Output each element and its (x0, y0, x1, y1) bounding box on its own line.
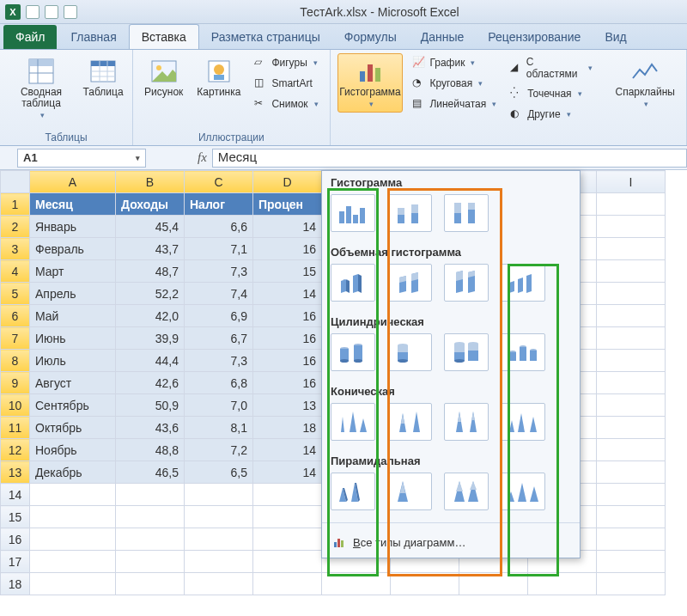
name-box[interactable]: A1 ▾ (17, 149, 146, 168)
excel-app-icon[interactable]: X (5, 4, 21, 20)
chart-pyramid-100pct[interactable] (444, 473, 489, 510)
formula-input[interactable]: Месяц (212, 149, 687, 168)
chart-cone-3d[interactable] (501, 403, 545, 441)
tab-layout[interactable]: Разметка страницы (199, 25, 332, 49)
row-header[interactable]: 6 (1, 305, 30, 327)
row-header[interactable]: 15 (1, 506, 30, 528)
chart-cone-clustered[interactable] (331, 403, 375, 441)
cell[interactable]: Май (30, 305, 116, 327)
cell[interactable]: 6,7 (185, 327, 253, 350)
cell[interactable]: 16 (253, 350, 322, 372)
tab-data[interactable]: Данные (409, 25, 477, 49)
cell[interactable]: Месяц (30, 193, 116, 216)
cell[interactable]: 16 (253, 372, 322, 394)
cell[interactable]: 48,7 (116, 260, 185, 283)
row-header[interactable]: 4 (1, 260, 30, 283)
cell[interactable]: Сентябрь (30, 394, 116, 417)
cell[interactable]: 42,6 (116, 372, 185, 394)
screenshot-button[interactable]: ✂Снимок (250, 95, 322, 113)
cell[interactable]: 50,9 (116, 394, 185, 417)
chart-cylinder-3d[interactable] (501, 333, 545, 371)
cell[interactable]: 46,5 (116, 461, 185, 484)
cell[interactable]: Доходы (116, 193, 185, 216)
undo-icon[interactable] (45, 5, 58, 19)
cell[interactable]: 48,8 (116, 439, 185, 461)
chart-cylinder-clustered[interactable] (331, 333, 375, 371)
tab-insert[interactable]: Вставка (129, 24, 199, 49)
cell[interactable]: 43,6 (116, 417, 185, 439)
scatter-chart-button[interactable]: ⁛Точечная (506, 84, 597, 103)
cell[interactable]: 14 (253, 439, 322, 461)
chart-cone-stacked[interactable] (387, 403, 432, 441)
sparklines-button[interactable]: Спарклайны (611, 53, 679, 113)
cell[interactable]: 7,3 (185, 350, 253, 372)
cell[interactable]: Налог (185, 193, 253, 216)
cell[interactable]: 45,4 (116, 216, 185, 238)
chart-cone-100pct[interactable] (444, 403, 489, 441)
cell[interactable]: 6,6 (185, 216, 253, 238)
smartart-button[interactable]: ◫SmartArt (250, 74, 322, 93)
row-header[interactable]: 5 (1, 283, 30, 305)
col-header-c[interactable]: C (185, 171, 253, 193)
cell[interactable]: 44,4 (116, 350, 185, 372)
all-chart-types-button[interactable]: Все типы диаграмм… (322, 527, 580, 558)
chart-pyramid-3d[interactable] (501, 473, 545, 510)
cell[interactable]: Август (30, 372, 116, 394)
chevron-down-icon[interactable]: ▾ (136, 154, 140, 162)
row-header[interactable]: 13 (1, 461, 30, 484)
save-icon[interactable] (26, 5, 40, 19)
chart-clustered-column[interactable] (331, 194, 375, 232)
row-header[interactable]: 16 (1, 528, 30, 551)
cell[interactable]: 16 (253, 305, 322, 327)
row-header[interactable]: 9 (1, 372, 30, 394)
cell[interactable]: 16 (253, 238, 322, 260)
row-header[interactable]: 7 (1, 327, 30, 350)
select-all-corner[interactable] (1, 171, 30, 193)
row-header[interactable]: 2 (1, 216, 30, 238)
row-header[interactable]: 11 (1, 417, 30, 439)
cell[interactable] (597, 193, 666, 216)
bar-chart-button[interactable]: ▤Линейчатая (408, 95, 501, 113)
chart-3d-100pct-stacked-column[interactable] (444, 264, 489, 302)
pivot-table-button[interactable]: Сводная таблица (7, 53, 76, 124)
shapes-button[interactable]: ▱Фигуры (250, 53, 322, 72)
cell[interactable]: Февраль (30, 238, 116, 260)
col-header-a[interactable]: A (30, 171, 116, 193)
cell[interactable]: 7,3 (185, 260, 253, 283)
col-header-b[interactable]: B (116, 171, 185, 193)
cell[interactable]: Январь (30, 216, 116, 238)
col-header-d[interactable]: D (253, 171, 322, 193)
fx-icon[interactable]: fx (198, 150, 207, 165)
cell[interactable]: 39,9 (116, 327, 185, 350)
cell[interactable]: 52,2 (116, 283, 185, 305)
tab-view[interactable]: Вид (593, 25, 638, 49)
cell[interactable]: 8,1 (185, 417, 253, 439)
cell[interactable]: Процен (253, 193, 322, 216)
other-charts-button[interactable]: ◐Другие (506, 105, 597, 124)
cell[interactable]: Июнь (30, 327, 116, 350)
row-header[interactable]: 1 (1, 193, 30, 216)
tab-formulas[interactable]: Формулы (332, 25, 409, 49)
pie-chart-button[interactable]: ◔Круговая (408, 74, 501, 93)
chart-cylinder-stacked[interactable] (387, 333, 432, 371)
cell[interactable]: 7,4 (185, 283, 253, 305)
chart-pyramid-stacked[interactable] (387, 473, 432, 510)
tab-file[interactable]: Файл (3, 25, 57, 49)
cell[interactable]: Март (30, 260, 116, 283)
column-chart-button[interactable]: Гистограмма (337, 53, 404, 113)
cell[interactable]: 14 (253, 283, 322, 305)
chart-3d-stacked-column[interactable] (387, 264, 432, 302)
chart-100pct-stacked-column[interactable] (444, 194, 489, 232)
cell[interactable]: 18 (253, 417, 322, 439)
tab-review[interactable]: Рецензирование (476, 25, 593, 49)
chart-pyramid-clustered[interactable] (331, 473, 375, 510)
cell[interactable]: 7,1 (185, 238, 253, 260)
cell[interactable]: Октябрь (30, 417, 116, 439)
cell[interactable]: 14 (253, 461, 322, 484)
col-header-i[interactable]: I (597, 171, 666, 193)
tab-home[interactable]: Главная (58, 25, 128, 49)
cell[interactable]: 6,9 (185, 305, 253, 327)
cell[interactable]: Ноябрь (30, 439, 116, 461)
cell[interactable]: 6,5 (185, 461, 253, 484)
cell[interactable]: 43,7 (116, 238, 185, 260)
